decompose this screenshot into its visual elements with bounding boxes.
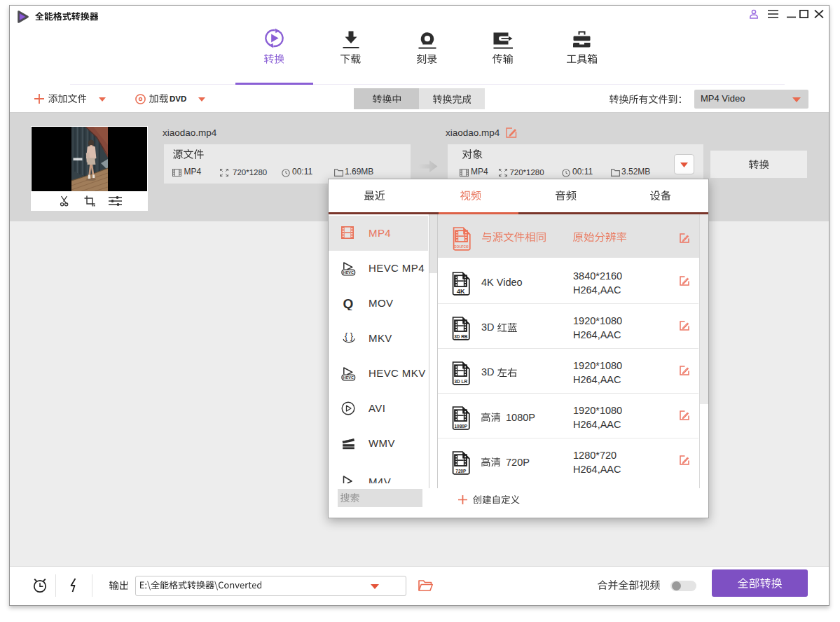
- svg-text:3D RB: 3D RB: [454, 334, 468, 339]
- svg-text:4K: 4K: [457, 288, 465, 295]
- svg-text:720P: 720P: [455, 469, 467, 474]
- svg-text:HEVC: HEVC: [343, 375, 354, 380]
- svg-text:Q: Q: [343, 296, 354, 310]
- svg-text:HEVC: HEVC: [343, 270, 354, 275]
- svg-text:{ }: { }: [345, 331, 353, 341]
- svg-text:1080P: 1080P: [455, 424, 468, 429]
- svg-text:source: source: [454, 244, 469, 249]
- svg-text:3D LR: 3D LR: [455, 379, 468, 384]
